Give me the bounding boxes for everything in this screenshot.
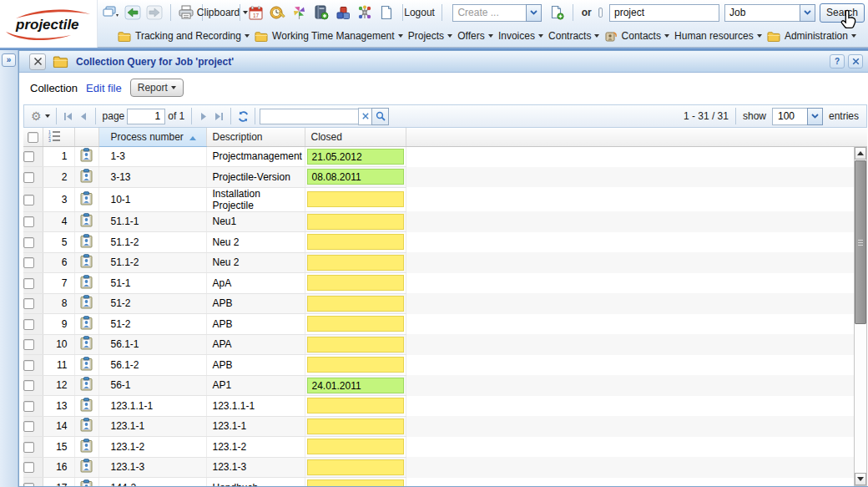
vertical-scrollbar[interactable] xyxy=(854,146,867,486)
table-row[interactable]: 8 51-2 APB xyxy=(23,293,867,314)
table-row[interactable]: 6 51.1-2 Neu 2 xyxy=(23,252,867,273)
process-icon[interactable] xyxy=(80,398,93,412)
process-icon[interactable] xyxy=(80,418,93,432)
select-all-checkbox[interactable] xyxy=(28,132,38,143)
last-page-button[interactable] xyxy=(211,109,226,124)
table-row[interactable]: 9 51-2 APB xyxy=(23,314,867,335)
process-icon[interactable] xyxy=(80,275,93,289)
menu-item-projects[interactable]: Projects xyxy=(408,30,452,42)
description-cell[interactable]: 123.1-2 xyxy=(206,437,305,458)
search-button[interactable]: Search xyxy=(820,3,865,23)
row-checkbox[interactable] xyxy=(23,339,34,350)
row-checkbox[interactable] xyxy=(23,462,34,473)
row-checkbox[interactable] xyxy=(23,298,34,309)
process-number-cell[interactable]: 56-1 xyxy=(98,375,206,396)
scroll-up-button[interactable] xyxy=(855,147,866,160)
process-icon[interactable] xyxy=(80,213,93,227)
filter-input[interactable] xyxy=(260,109,358,124)
process-number-cell[interactable]: 123.1-2 xyxy=(98,437,206,458)
column-header-description[interactable]: Description xyxy=(206,128,305,146)
process-icon[interactable] xyxy=(80,357,93,371)
numbered-list-icon[interactable]: 123 xyxy=(48,129,61,142)
quick-search-checkbox[interactable] xyxy=(598,8,603,18)
description-cell[interactable]: APB xyxy=(206,293,305,314)
description-cell[interactable]: APB xyxy=(206,314,305,335)
description-cell[interactable]: Projectile-Version xyxy=(206,167,305,188)
process-icon[interactable] xyxy=(80,169,93,183)
menu-item-working-time-management[interactable]: Working Time Management xyxy=(255,30,403,42)
process-icon[interactable] xyxy=(80,439,93,453)
process-icon[interactable] xyxy=(80,295,93,309)
quick-search-input[interactable] xyxy=(609,4,719,22)
page-size-dropdown-button[interactable] xyxy=(807,108,823,125)
row-checkbox[interactable] xyxy=(23,401,34,412)
cubes-icon[interactable] xyxy=(333,3,353,23)
page-number-input[interactable] xyxy=(127,109,165,124)
process-icon[interactable] xyxy=(80,148,93,162)
new-document-icon[interactable] xyxy=(547,3,567,23)
table-row[interactable]: 1 1-3 Projectmanagement 21.05.2012 xyxy=(23,146,867,167)
next-page-button[interactable] xyxy=(196,109,211,124)
menu-item-contracts[interactable]: Contracts xyxy=(548,30,599,42)
menu-item-invoices[interactable]: Invoices xyxy=(498,30,543,42)
table-row[interactable]: 7 51-1 ApA xyxy=(23,273,867,294)
tile-windows-icon[interactable] xyxy=(101,3,121,23)
process-icon[interactable] xyxy=(80,479,93,486)
prev-page-button[interactable] xyxy=(76,109,91,124)
report-button[interactable]: Report xyxy=(130,79,184,97)
search-type-dropdown-button[interactable] xyxy=(800,4,815,22)
menu-item-tracking-and-recording[interactable]: Tracking and Recording xyxy=(118,30,250,42)
row-checkbox[interactable] xyxy=(23,319,34,330)
calendar-icon[interactable]: 17 xyxy=(246,3,266,23)
row-checkbox[interactable] xyxy=(23,237,34,248)
row-checkbox[interactable] xyxy=(23,421,34,432)
table-row[interactable]: 4 51.1-1 Neu1 xyxy=(23,211,867,232)
table-row[interactable]: 15 123.1-2 123.1-2 xyxy=(23,437,867,458)
description-cell[interactable]: APB xyxy=(206,355,305,376)
logout-button[interactable]: Logout xyxy=(408,3,428,23)
table-row[interactable]: 3 10-1 Installation Projectile xyxy=(23,187,867,211)
back-icon[interactable] xyxy=(123,3,143,23)
description-cell[interactable]: APA xyxy=(206,334,305,355)
description-cell[interactable]: 123.1-3 xyxy=(206,457,305,478)
process-number-cell[interactable]: 123.1-1 xyxy=(98,416,206,437)
description-cell[interactable]: Neu 2 xyxy=(206,252,305,273)
column-header-process-number[interactable]: Process number xyxy=(98,128,206,146)
help-button[interactable]: ? xyxy=(830,54,845,68)
process-icon[interactable] xyxy=(80,459,93,473)
description-cell[interactable]: Neu 2 xyxy=(206,232,305,253)
process-number-cell[interactable]: 56.1-2 xyxy=(98,355,206,376)
row-checkbox[interactable] xyxy=(23,278,34,289)
process-number-cell[interactable]: 56.1-1 xyxy=(98,334,206,355)
process-icon[interactable] xyxy=(80,191,93,205)
process-icon[interactable] xyxy=(80,336,93,350)
create-combobox[interactable]: Create ... xyxy=(452,4,542,22)
close-button[interactable] xyxy=(848,54,863,68)
process-number-cell[interactable]: 1-3 xyxy=(98,146,206,167)
table-row[interactable]: 2 3-13 Projectile-Version 08.08.2011 xyxy=(23,167,867,188)
print-icon[interactable] xyxy=(176,3,196,23)
row-checkbox[interactable] xyxy=(23,195,34,205)
apply-filter-button[interactable] xyxy=(371,108,389,125)
description-cell[interactable]: Handbuch xyxy=(206,478,305,487)
refresh-button[interactable] xyxy=(235,109,250,124)
alarm-clock-icon[interactable] xyxy=(268,3,288,23)
description-cell[interactable]: AP1 xyxy=(206,375,305,396)
row-checkbox[interactable] xyxy=(23,216,34,227)
clipboard-menu[interactable]: Clipboard xyxy=(209,3,235,23)
row-checkbox[interactable] xyxy=(23,483,34,486)
search-type-combobox[interactable]: Job xyxy=(724,4,815,22)
description-cell[interactable]: Neu1 xyxy=(206,211,305,232)
description-cell[interactable]: Projectmanagement xyxy=(206,146,305,167)
process-icon[interactable] xyxy=(80,377,93,391)
close-window-button[interactable] xyxy=(29,53,46,70)
process-number-cell[interactable]: 3-13 xyxy=(98,167,206,188)
table-row[interactable]: 11 56.1-2 APB xyxy=(23,355,867,376)
blank-page-icon[interactable] xyxy=(376,3,396,23)
table-row[interactable]: 14 123.1-1 123.1-1 xyxy=(23,416,867,437)
app-logo[interactable]: projectile xyxy=(0,0,98,48)
expand-sidebar-button[interactable]: » xyxy=(2,53,16,67)
scrollbar-thumb[interactable] xyxy=(855,160,866,324)
edit-file-link[interactable]: Edit file xyxy=(86,82,122,94)
table-row[interactable]: 13 123.1.1-1 123.1.1-1 xyxy=(23,396,867,417)
